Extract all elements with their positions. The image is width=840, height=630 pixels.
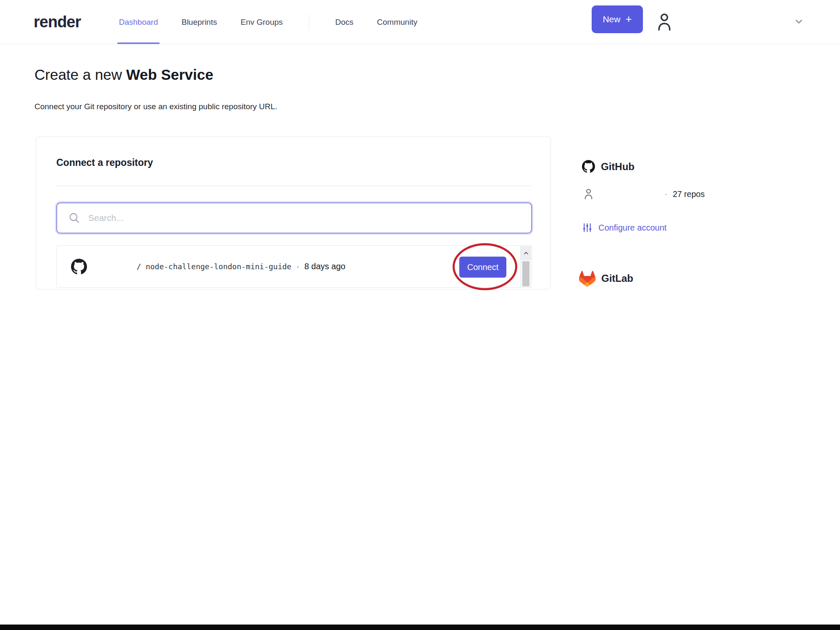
page-title-bold: Web Service (126, 66, 213, 83)
card-heading: Connect a repository (56, 157, 153, 168)
gitlab-icon (579, 270, 596, 286)
github-icon (582, 160, 595, 173)
connect-button[interactable]: Connect (459, 257, 506, 278)
repo-search-box (56, 202, 532, 234)
nav-item-label: Dashboard (119, 18, 158, 27)
nav-item-label: Docs (335, 18, 353, 27)
gitlab-provider-header: GitLab (579, 270, 633, 286)
top-nav: render Dashboard Blueprints Env Groups D… (0, 0, 840, 44)
github-provider-header: GitHub (582, 160, 635, 173)
github-account-row: · 27 repos (583, 188, 705, 200)
account-name-redacted (594, 190, 665, 198)
page-title-regular: Create a new (34, 66, 122, 83)
card-divider (56, 186, 531, 186)
connect-repository-card: Connect a repository / node-challenge-lo (36, 136, 551, 289)
render-logo[interactable]: render (34, 0, 81, 44)
new-button[interactable]: New + (592, 5, 643, 33)
search-icon (68, 212, 81, 224)
page-title: Create a newWeb Service (34, 66, 213, 83)
repo-owner-redacted (87, 262, 137, 271)
nav-item-docs[interactable]: Docs (335, 0, 353, 44)
repo-list: / node-challenge-london-mini-guide · 8 d… (56, 245, 532, 288)
gitlab-title: GitLab (601, 273, 633, 284)
scrollbar-thumb[interactable] (522, 261, 529, 286)
github-icon (71, 259, 87, 275)
scroll-up-icon[interactable] (521, 246, 531, 260)
nav-item-label: Blueprints (182, 18, 217, 27)
configure-account-label: Configure account (598, 223, 666, 233)
nav-links: Dashboard Blueprints Env Groups Docs Com… (119, 0, 417, 44)
plus-icon: + (625, 13, 632, 26)
repo-list-scrollbar[interactable] (520, 246, 531, 287)
new-button-label: New (603, 14, 620, 24)
nav-item-label: Community (377, 18, 417, 27)
nav-item-label: Env Groups (240, 18, 282, 27)
search-input[interactable] (81, 203, 531, 233)
nav-item-dashboard[interactable]: Dashboard (119, 0, 158, 44)
page-subtitle: Connect your Git repository or use an ex… (34, 102, 277, 111)
user-account-icon[interactable] (654, 8, 675, 35)
repo-row[interactable]: / node-challenge-london-mini-guide · 8 d… (57, 246, 520, 287)
page: render Dashboard Blueprints Env Groups D… (0, 0, 840, 630)
configure-account-link[interactable]: Configure account (582, 222, 666, 234)
sliders-icon (582, 222, 592, 234)
account-user-icon (583, 188, 594, 200)
repo-separator: · (296, 262, 299, 271)
nav-divider (309, 14, 309, 30)
github-title: GitHub (601, 161, 635, 173)
screenshot-bottom-bar (0, 625, 840, 630)
repo-path: / node-challenge-london-mini-guide (137, 262, 291, 271)
nav-item-blueprints[interactable]: Blueprints (182, 0, 217, 44)
repo-count: 27 repos (673, 189, 705, 199)
nav-item-env-groups[interactable]: Env Groups (240, 0, 282, 44)
account-separator: · (665, 190, 667, 199)
chevron-down-icon[interactable] (792, 14, 806, 29)
nav-item-community[interactable]: Community (377, 0, 417, 44)
repo-updated: 8 days ago (304, 262, 345, 271)
